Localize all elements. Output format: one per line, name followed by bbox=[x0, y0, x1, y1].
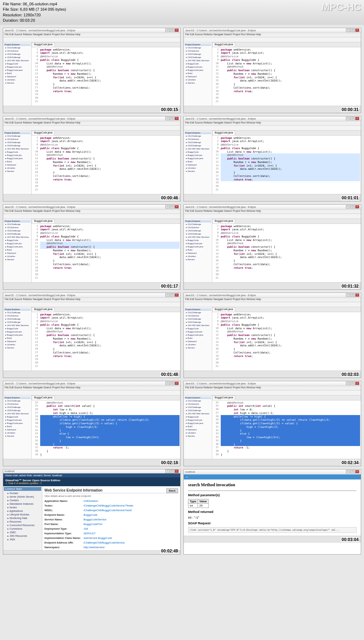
tree-item[interactable]: ▸ BuggyCode.jws bbox=[184, 242, 211, 245]
menu-bar[interactable]: File Edit Source Refactor Navigate Searc… bbox=[184, 33, 361, 37]
toolbar[interactable] bbox=[184, 214, 361, 219]
menu-bar[interactable]: File Edit Source Refactor Navigate Searc… bbox=[3, 210, 180, 214]
nav-item[interactable]: ▸ JMS Resources bbox=[4, 534, 41, 538]
tree-item[interactable]: ▸ Servers bbox=[184, 258, 211, 261]
editor-tab[interactable]: BuggyCode.java bbox=[32, 307, 55, 312]
close-icon[interactable]: × bbox=[175, 293, 179, 297]
code-editor[interactable]: 24252627282930313233343536373839 @WebMet… bbox=[212, 400, 361, 459]
tree-item[interactable]: ▸ Libraries bbox=[184, 166, 211, 169]
tree-item[interactable]: ▸ BuggyCode bbox=[4, 415, 31, 418]
tree-item[interactable]: ▸ Deployed bbox=[4, 428, 31, 431]
tree-item[interactable]: ▸ Deployed bbox=[4, 163, 31, 166]
tree-item[interactable]: ▸ BuggyCode.java bbox=[4, 245, 31, 248]
tree-item[interactable]: ▸ Deployed bbox=[4, 340, 31, 343]
editor-tab[interactable]: BuggyCode.java bbox=[212, 219, 235, 224]
menu-bar[interactable]: File Edit Source Refactor Navigate Searc… bbox=[184, 121, 361, 126]
tree-item[interactable]: ▸ Ch1Solution bbox=[184, 402, 211, 405]
project-explorer[interactable]: Project Explorer▸ Ch1Challenge▸ Ch1Solut… bbox=[184, 307, 212, 371]
project-explorer[interactable]: Project Explorer▸ Ch1Challenge▸ Ch1Solut… bbox=[184, 42, 212, 106]
tree-item[interactable]: ▸ Build bbox=[184, 72, 211, 75]
tree-item[interactable]: ▸ Build bbox=[4, 72, 31, 75]
project-explorer[interactable]: Project Explorer▸ Ch1Challenge▸ Ch1Solut… bbox=[3, 219, 32, 282]
code-editor[interactable]: 1289101112131415161718192021package webS… bbox=[212, 312, 361, 371]
code-editor[interactable]: 1289101112131415161718192021package webS… bbox=[32, 224, 180, 282]
minimize-icon[interactable]: – bbox=[346, 293, 350, 297]
project-explorer[interactable]: Project Explorer▸ Ch1Challenge▸ Ch1Solut… bbox=[3, 42, 32, 106]
editor-tab[interactable]: BuggyCode.java bbox=[212, 307, 235, 312]
tree-item[interactable]: ▸ Ch1Solution bbox=[4, 314, 31, 317]
nav-item[interactable]: ▸ Resources bbox=[4, 520, 41, 524]
project-explorer[interactable]: Project Explorer▸ Ch1Challenge▸ Ch1Solut… bbox=[3, 307, 32, 371]
tree-item[interactable]: ▸ Ch2Challenge bbox=[4, 317, 31, 320]
tree-item[interactable]: ▸ Ch1Challenge bbox=[184, 46, 211, 49]
close-icon[interactable]: × bbox=[175, 28, 179, 32]
maximize-icon[interactable]: □ bbox=[170, 28, 174, 32]
tree-item[interactable]: ▸ JAX-WS Web Services bbox=[4, 147, 31, 150]
tree-item[interactable]: ▸ Ch3Challenge bbox=[4, 320, 31, 324]
project-explorer[interactable]: Project Explorer▸ Ch1Challenge▸ Ch1Solut… bbox=[184, 219, 212, 282]
tree-item[interactable]: ▸ JAX-WS Web Services bbox=[4, 235, 31, 238]
link[interactable]: Ch6Solution bbox=[84, 499, 98, 503]
tree-item[interactable]: ▸ Ch2Challenge bbox=[184, 52, 211, 56]
minimize-icon[interactable]: – bbox=[346, 28, 350, 32]
project-explorer[interactable]: Project Explorer▸ Ch1Challenge▸ Ch1Solut… bbox=[3, 395, 32, 459]
close-icon[interactable]: × bbox=[355, 205, 359, 209]
menu-bar[interactable]: File Edit Source Refactor Navigate Searc… bbox=[184, 298, 361, 302]
tree-item[interactable]: ▸ Ch3Challenge bbox=[184, 409, 211, 412]
tree-item[interactable]: ▸ Ch3Challenge bbox=[4, 144, 31, 147]
toolbar[interactable] bbox=[184, 126, 361, 131]
tree-item[interactable]: ▸ Ch3Challenge bbox=[184, 232, 211, 235]
code-editor[interactable]: 1289101112131415161718192021package webS… bbox=[32, 312, 180, 371]
close-icon[interactable]: × bbox=[175, 117, 179, 120]
editor-tab[interactable]: BuggyCode.java bbox=[32, 42, 55, 47]
maximize-icon[interactable]: □ bbox=[350, 293, 355, 297]
nav-item[interactable]: ▸ Nodes bbox=[4, 506, 41, 509]
code-editor[interactable]: 1289101112131415161718192021package webS… bbox=[32, 136, 180, 194]
maximize-icon[interactable]: □ bbox=[170, 293, 174, 297]
tree-item[interactable]: ▸ BuggyCode bbox=[4, 327, 31, 330]
maximize-icon[interactable]: □ bbox=[350, 382, 355, 385]
minimize-icon[interactable]: – bbox=[346, 205, 350, 209]
tree-item[interactable]: ▸ BuggyCode.jws bbox=[4, 153, 31, 157]
maximize-icon[interactable]: □ bbox=[350, 205, 355, 209]
tree-item[interactable]: ▸ JAX-WS Web Services bbox=[184, 147, 211, 150]
menu-bar[interactable]: File Edit Source Refactor Navigate Searc… bbox=[184, 210, 361, 214]
nav-item[interactable]: ▸ Standalone Instances bbox=[4, 502, 41, 506]
tree-item[interactable]: ▸ BuggyCode.java bbox=[4, 157, 31, 160]
tree-item[interactable]: ▸ Libraries bbox=[184, 431, 211, 434]
tree-item[interactable]: ▸ Build bbox=[4, 248, 31, 251]
tree-item[interactable]: ▸ Ch1Solution bbox=[4, 226, 31, 229]
toolbar[interactable] bbox=[184, 390, 361, 395]
tree-item[interactable]: ▸ Ch2Challenge bbox=[184, 317, 211, 320]
tree-item[interactable]: ▸ Ch1Solution bbox=[4, 49, 31, 52]
nav-item[interactable]: ▸ Applications bbox=[4, 509, 41, 513]
tree-item[interactable]: ▸ Ch2Challenge bbox=[4, 52, 31, 56]
tree-item[interactable]: ▸ BuggyCode.jws bbox=[184, 330, 211, 333]
tree-item[interactable]: ▸ Deployed bbox=[184, 251, 211, 255]
tree-item[interactable]: ▸ Ch1Challenge bbox=[4, 134, 31, 137]
minimize-icon[interactable]: – bbox=[165, 382, 170, 385]
tree-item[interactable]: ▸ Libraries bbox=[184, 255, 211, 258]
tree-item[interactable]: ▸ Ch1Solution bbox=[184, 49, 211, 52]
tree-item[interactable]: ▸ Ch1Challenge bbox=[184, 399, 211, 402]
toolbar[interactable] bbox=[184, 37, 361, 42]
nav-item[interactable]: ▸ JDBC bbox=[4, 531, 41, 534]
toolbar[interactable] bbox=[3, 126, 180, 131]
maximize-icon[interactable]: □ bbox=[170, 205, 174, 209]
tree-item[interactable]: ▸ Ch2Challenge bbox=[4, 405, 31, 409]
tree-item[interactable]: ▸ Servers bbox=[4, 346, 31, 349]
tree-item[interactable]: ▸ Ch3Challenge bbox=[184, 320, 211, 324]
tree-item[interactable]: ▸ Build bbox=[4, 425, 31, 428]
tree-item[interactable]: ▸ Deployed bbox=[184, 340, 211, 343]
tree-item[interactable]: ▸ Servers bbox=[4, 258, 31, 261]
close-icon[interactable]: × bbox=[355, 293, 359, 297]
toolbar[interactable] bbox=[3, 390, 180, 395]
tree-item[interactable]: ▸ BuggyCode bbox=[4, 238, 31, 242]
tree-item[interactable]: ▸ JAX-WS Web Services bbox=[184, 59, 211, 62]
close-icon[interactable]: × bbox=[355, 382, 359, 385]
minimize-icon[interactable]: – bbox=[165, 28, 170, 32]
toolbar[interactable] bbox=[3, 302, 180, 307]
nav-item[interactable]: ▸ Connectors bbox=[4, 527, 41, 531]
tree-item[interactable]: ▸ BuggyCode.jws bbox=[184, 153, 211, 157]
menu-bar[interactable]: File Edit Source Refactor Navigate Searc… bbox=[3, 386, 180, 390]
